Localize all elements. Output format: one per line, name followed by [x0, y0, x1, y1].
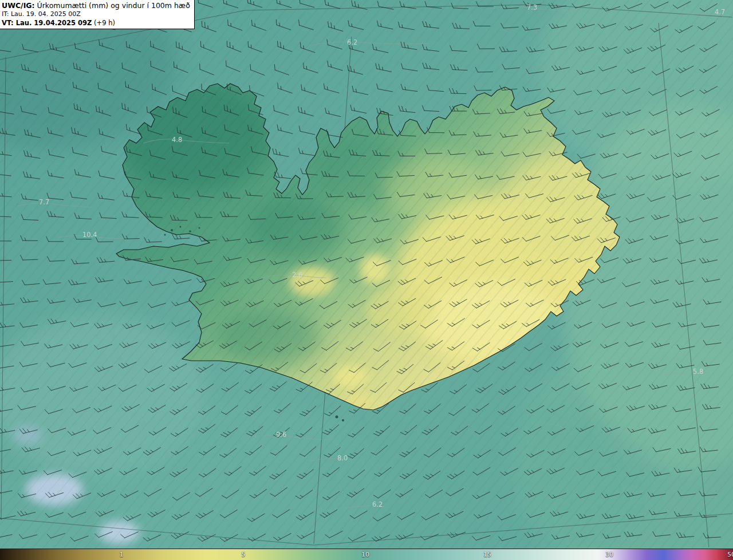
contour-label: 8.0 [337, 454, 348, 462]
contour-label: 6.2 [347, 38, 357, 46]
init-time: IT: Lau. 19. 04. 2025 00Z [2, 10, 190, 18]
map-canvas: 7.34.76.24.87.710.42.65.89.68.06.2 [0, 0, 733, 549]
precipitation-colorbar: 1510153050 [0, 549, 733, 560]
contour-label: 5.8 [693, 368, 703, 376]
colorbar-tick-10: 10 [361, 549, 369, 560]
contour-label: 4.8 [172, 136, 182, 144]
weather-map-screenshot: 7.34.76.24.87.710.42.65.89.68.06.2 UWC/I… [0, 0, 733, 560]
contour-label: 6.2 [372, 500, 383, 508]
valid-time: VT: Lau. 19.04.2025 09Z (+9 h) [2, 19, 190, 27]
title-box: UWC/IG: Úrkomumætti (mm) og vindur í 100… [0, 0, 195, 29]
colorbar-tick-5: 5 [242, 549, 246, 560]
contour-label: 7.3 [527, 3, 537, 11]
contour-label: 10.4 [82, 231, 97, 239]
map-title: UWC/IG: Úrkomumætti (mm) og vindur í 100… [2, 1, 190, 10]
colorbar-tick-15: 15 [483, 549, 491, 560]
colorbar-tick-50: 50 [727, 549, 733, 560]
contour-label: 7.7 [39, 198, 49, 206]
colorbar-tick-1: 1 [120, 549, 124, 560]
contour-label: 4.7 [715, 8, 725, 16]
colorbar-tick-30: 30 [605, 549, 613, 560]
contour-label: 2.6 [292, 271, 302, 279]
contour-label: 9.6 [276, 431, 286, 439]
map-area: 7.34.76.24.87.710.42.65.89.68.06.2 [0, 0, 733, 549]
